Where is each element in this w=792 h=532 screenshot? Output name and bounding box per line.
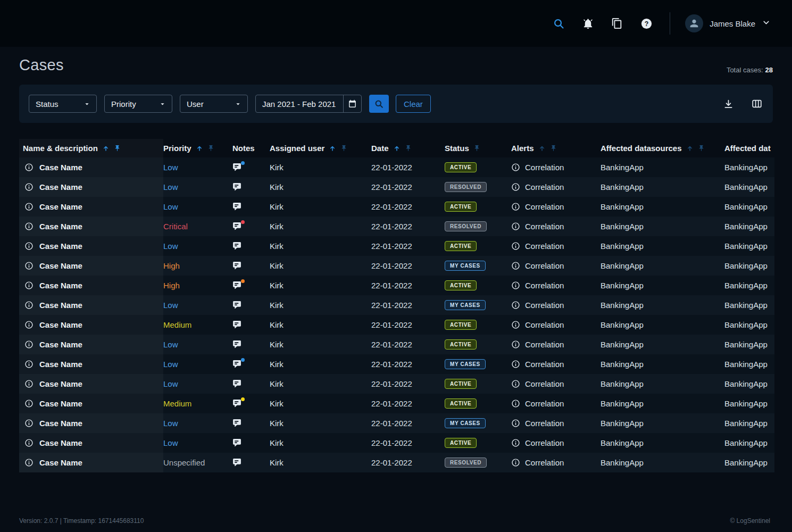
notes-button[interactable] (232, 301, 241, 310)
table-row[interactable]: Case Name Medium Kirk 22-01-2022 ACTIVE … (19, 315, 774, 335)
column-header[interactable]: Name & description (19, 139, 163, 157)
column-header[interactable]: Affected datasources (601, 139, 724, 157)
column-header[interactable]: Date (371, 139, 445, 157)
notes-button[interactable] (232, 379, 241, 388)
info-icon[interactable] (511, 261, 520, 270)
notes-button[interactable] (232, 438, 241, 447)
pin-icon[interactable] (473, 145, 480, 152)
copy-icon[interactable] (611, 17, 623, 30)
pin-icon[interactable] (698, 145, 705, 152)
table-row[interactable]: Case Name Critical Kirk 22-01-2022 RESOL… (19, 217, 774, 236)
table-row[interactable]: Case Name Low Kirk 22-01-2022 MY CASES C… (19, 413, 774, 433)
info-icon[interactable] (24, 379, 34, 388)
user-menu[interactable]: James Blake (685, 14, 771, 32)
pin-icon[interactable] (207, 145, 214, 152)
help-icon[interactable]: ? (640, 17, 653, 30)
info-icon[interactable] (511, 458, 520, 467)
columns-icon[interactable] (751, 97, 763, 110)
status-filter-dropdown[interactable]: Status (29, 95, 97, 113)
info-icon[interactable] (24, 438, 34, 447)
table-row[interactable]: Case Name High Kirk 22-01-2022 MY CASES … (19, 256, 774, 276)
notes-button[interactable] (232, 458, 241, 467)
info-icon[interactable] (511, 182, 520, 192)
pin-icon[interactable] (340, 145, 347, 152)
notes-button[interactable] (232, 163, 241, 172)
table-row[interactable]: Case Name Low Kirk 22-01-2022 ACTIVE Cor… (19, 197, 774, 217)
table-row[interactable]: Case Name Low Kirk 22-01-2022 MY CASES C… (19, 354, 774, 374)
info-icon[interactable] (24, 399, 34, 408)
table-row[interactable]: Case Name Low Kirk 22-01-2022 ACTIVE Cor… (19, 374, 774, 394)
pin-icon[interactable] (405, 145, 412, 152)
notes-button[interactable] (232, 281, 241, 290)
sort-asc-icon[interactable] (393, 145, 401, 152)
info-icon[interactable] (511, 163, 520, 172)
info-icon[interactable] (24, 281, 34, 290)
info-icon[interactable] (24, 182, 34, 192)
table-row[interactable]: Case Name Low Kirk 22-01-2022 MY CASES C… (19, 295, 774, 315)
pin-icon[interactable] (550, 145, 557, 152)
table-row[interactable]: Case Name Low Kirk 22-01-2022 ACTIVE Cor… (19, 335, 774, 354)
info-icon[interactable] (511, 202, 520, 211)
notes-button[interactable] (232, 320, 241, 329)
info-icon[interactable] (24, 261, 34, 270)
info-icon[interactable] (511, 438, 520, 447)
info-icon[interactable] (511, 281, 520, 290)
info-icon[interactable] (511, 340, 520, 349)
info-icon[interactable] (24, 320, 34, 329)
column-header[interactable]: Status (445, 139, 511, 157)
table-row[interactable]: Case Name Low Kirk 22-01-2022 RESOLVED C… (19, 177, 774, 197)
clear-button[interactable]: Clear (396, 95, 431, 113)
info-icon[interactable] (24, 242, 34, 251)
sort-asc-icon[interactable] (196, 145, 203, 152)
column-header[interactable]: Affected dat (724, 139, 774, 157)
table-row[interactable]: Case Name Low Kirk 22-01-2022 ACTIVE Cor… (19, 157, 774, 177)
date-range-field[interactable]: Jan 2021 - Feb 2021 (255, 95, 362, 113)
info-icon[interactable] (24, 419, 34, 428)
info-icon[interactable] (511, 360, 520, 369)
notes-button[interactable] (232, 182, 241, 192)
info-icon[interactable] (511, 301, 520, 310)
notes-button[interactable] (232, 242, 241, 251)
info-icon[interactable] (511, 379, 520, 388)
info-icon[interactable] (24, 202, 34, 211)
notes-button[interactable] (232, 340, 241, 349)
sort-asc-icon[interactable] (538, 145, 546, 152)
user-filter-dropdown[interactable]: User (180, 95, 248, 113)
calendar-icon[interactable] (343, 95, 361, 112)
pin-icon[interactable] (114, 145, 121, 152)
info-icon[interactable] (511, 222, 520, 231)
notes-button[interactable] (232, 360, 241, 369)
column-header[interactable]: Assigned user (270, 139, 371, 157)
notes-button[interactable] (232, 261, 241, 270)
info-icon[interactable] (511, 242, 520, 251)
info-icon[interactable] (24, 340, 34, 349)
info-icon[interactable] (24, 360, 34, 369)
sort-asc-icon[interactable] (329, 145, 336, 152)
search-button[interactable] (369, 95, 389, 113)
table-row[interactable]: Case Name Unspecified Kirk 22-01-2022 RE… (19, 453, 774, 472)
info-icon[interactable] (511, 320, 520, 329)
table-row[interactable]: Case Name Low Kirk 22-01-2022 ACTIVE Cor… (19, 433, 774, 453)
download-icon[interactable] (722, 97, 735, 110)
notes-button[interactable] (232, 222, 241, 231)
notes-button[interactable] (232, 419, 241, 428)
table-row[interactable]: Case Name Low Kirk 22-01-2022 ACTIVE Cor… (19, 236, 774, 256)
info-icon[interactable] (511, 419, 520, 428)
info-icon[interactable] (24, 301, 34, 310)
column-header[interactable]: Priority (163, 139, 229, 157)
table-row[interactable]: Case Name Medium Kirk 22-01-2022 ACTIVE … (19, 394, 774, 413)
bell-icon[interactable] (581, 17, 594, 30)
column-header[interactable]: Alerts (511, 139, 601, 157)
info-icon[interactable] (24, 222, 34, 231)
notes-button[interactable] (232, 399, 241, 408)
info-icon[interactable] (24, 163, 34, 172)
sort-asc-icon[interactable] (686, 145, 694, 152)
sort-asc-icon[interactable] (102, 145, 110, 152)
info-icon[interactable] (24, 458, 34, 467)
search-icon[interactable] (552, 17, 565, 30)
notes-button[interactable] (232, 202, 241, 211)
info-icon[interactable] (511, 399, 520, 408)
priority-filter-dropdown[interactable]: Priority (104, 95, 172, 113)
column-header[interactable]: Notes (229, 139, 270, 157)
table-row[interactable]: Case Name High Kirk 22-01-2022 ACTIVE Co… (19, 276, 774, 295)
